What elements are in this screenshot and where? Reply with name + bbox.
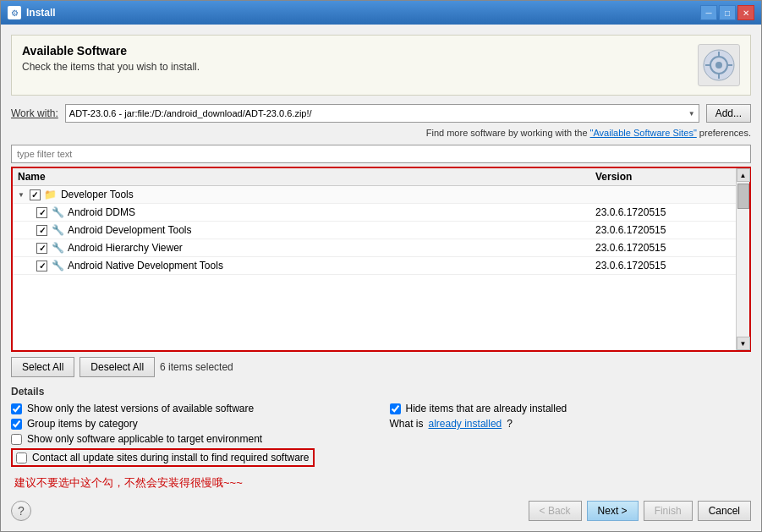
deselect-all-button[interactable]: Deselect All [79,357,155,377]
minimize-button[interactable]: ─ [700,5,717,20]
show-latest-label[interactable]: Show only the latest versions of availab… [27,403,254,414]
table-header: Name Version [13,168,736,186]
show-latest-checkbox[interactable] [11,403,22,414]
selection-buttons: Select All Deselect All 6 items selected [11,357,751,377]
select-all-button[interactable]: Select All [11,357,74,377]
window-icon: ⚙ [8,6,21,19]
plugin-icon: 🔧 [51,223,64,237]
next-button[interactable]: Next > [587,501,639,521]
option-row: Show only software applicable to target … [11,433,373,445]
what-is-label: What is [390,418,424,430]
footer: ? < Back Next > Finish Cancel [11,501,751,521]
dialog-subtitle: Check the items that you wish to install… [22,61,200,73]
group-category-checkbox[interactable] [11,419,22,430]
target-env-checkbox[interactable] [11,434,22,445]
contact-sites-checkbox[interactable] [16,452,27,463]
target-env-label[interactable]: Show only software applicable to target … [27,433,262,445]
filter-input[interactable] [11,145,751,163]
header-icon [698,44,740,86]
item-version: 23.0.6.1720515 [595,260,731,271]
item-checkbox[interactable] [36,225,47,236]
group-checkbox[interactable] [30,189,41,200]
cancel-button[interactable]: Cancel [698,501,751,521]
collapse-icon: ▼ [18,191,25,199]
table-row[interactable]: 🔧 Android Development Tools 23.0.6.17205… [13,222,736,239]
work-with-row: Work with: ADT-23.0.6 - jar:file:/D:/and… [11,104,751,123]
window-controls: ─ □ ✕ [700,5,754,20]
item-name: Android Development Tools [68,224,192,236]
contact-sites-label[interactable]: Contact all update sites during install … [32,452,310,463]
finish-button[interactable]: Finish [644,501,693,521]
svg-point-2 [715,62,722,69]
scroll-up-arrow[interactable]: ▲ [737,168,750,182]
main-content: Available Software Check the items that … [1,25,761,531]
dialog-title: Available Software [22,44,200,58]
item-version: 23.0.6.1720515 [595,206,731,218]
help-button[interactable]: ? [11,501,31,521]
option-row: Group items by category [11,418,373,430]
option-row: Hide items that are already installed [390,403,752,414]
table-row[interactable]: 🔧 Android Hierarchy Viewer 23.0.6.172051… [13,239,736,257]
item-checkbox[interactable] [36,261,47,271]
add-button[interactable]: Add... [706,104,751,123]
table-row[interactable]: 🔧 Android DDMS 23.0.6.1720515 [13,204,736,222]
already-installed-row: What is already installed ? [390,418,752,430]
items-selected-label: 6 items selected [160,361,233,373]
scroll-down-arrow[interactable]: ▼ [737,337,750,350]
hide-installed-checkbox[interactable] [390,403,401,414]
option-row: Show only the latest versions of availab… [11,403,373,414]
available-software-sites-link[interactable]: "Available Software Sites" [590,128,697,138]
item-checkbox[interactable] [36,243,47,254]
sites-row: Find more software by working with the "… [11,128,751,138]
scroll-thumb[interactable] [737,184,749,209]
table-body: ▼ 📁 Developer Tools 🔧 Android DDMS [13,186,736,350]
item-version: 23.0.6.1720515 [595,242,731,254]
details-title: Details [11,386,751,398]
plugin-icon: 🔧 [51,206,64,219]
already-installed-suffix: ? [507,418,513,430]
item-name: Android Hierarchy Viewer [68,242,183,254]
item-checkbox[interactable] [36,207,47,218]
hide-installed-label[interactable]: Hide items that are already installed [406,403,567,414]
contact-sites-row: Contact all update sites during install … [11,448,315,467]
table-row[interactable]: 🔧 Android Native Development Tools 23.0.… [13,257,736,275]
table-row[interactable]: ▼ 📁 Developer Tools [13,186,736,204]
column-name-header: Name [18,171,595,183]
folder-icon: 📁 [44,188,58,201]
group-category-label[interactable]: Group items by category [27,418,138,430]
combo-arrow-icon: ▼ [688,110,695,118]
title-bar: ⚙ Install ─ □ ✕ [1,1,761,25]
install-window: ⚙ Install ─ □ ✕ Available Software Check… [0,0,762,532]
sites-prefix: Find more software by working with the [426,128,590,138]
close-button[interactable]: ✕ [737,5,754,20]
item-name: Android Native Development Tools [68,260,223,271]
work-with-value: ADT-23.0.6 - jar:file:/D:/android_downlo… [69,108,312,118]
sites-suffix: preferences. [697,128,751,138]
software-table: Name Version ▼ 📁 Developer Tools [11,167,751,352]
plugin-icon: 🔧 [51,259,64,272]
warning-text: 建议不要选中这个勾，不然会安装得很慢哦~~~ [11,475,751,491]
work-with-label[interactable]: Work with: [11,107,58,119]
group-name: Developer Tools [61,189,134,200]
already-installed-link[interactable]: already installed [429,418,502,430]
maximize-button[interactable]: □ [719,5,736,20]
options-grid: Show only the latest versions of availab… [11,403,751,467]
details-section: Details Show only the latest versions of… [11,386,751,491]
back-button[interactable]: < Back [529,501,582,521]
column-version-header: Version [595,171,731,183]
header-section: Available Software Check the items that … [11,35,751,96]
work-with-combo[interactable]: ADT-23.0.6 - jar:file:/D:/android_downlo… [65,104,699,123]
item-name: Android DDMS [68,206,135,218]
scrollbar[interactable]: ▲ ▼ [736,168,749,350]
plugin-icon: 🔧 [51,241,64,255]
window-title: Install [26,7,56,19]
footer-buttons: < Back Next > Finish Cancel [529,501,751,521]
item-version: 23.0.6.1720515 [595,224,731,236]
